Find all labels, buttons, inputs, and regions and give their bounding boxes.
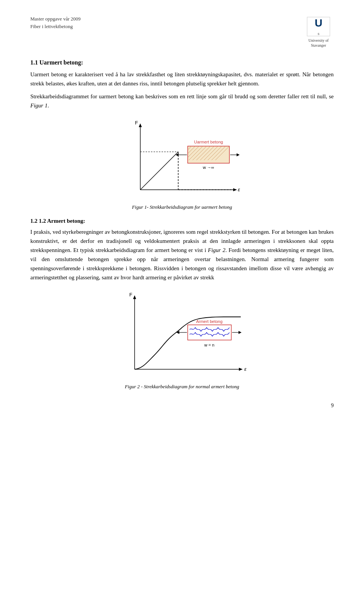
- figure-2-svg: F ε Armert betong w = n: [112, 290, 252, 381]
- svg-marker-6: [233, 188, 237, 191]
- header-line1: Master oppgave vår 2009: [30, 15, 81, 23]
- svg-text:S: S: [318, 33, 320, 35]
- page-number: 9: [331, 403, 334, 409]
- svg-line-9: [140, 152, 178, 190]
- section-1-2-label: 1.2 1.2 Armert betong:: [30, 218, 85, 224]
- svg-text:ε: ε: [238, 187, 240, 192]
- logo-area: U S University of Stavanger: [303, 15, 334, 48]
- section-1-1-para2: Strekkarbeidsdiagrammet for uarmert beto…: [30, 92, 334, 110]
- header-text: Master oppgave vår 2009 Fiber i lettvekt…: [30, 15, 81, 30]
- section-1-2-label-row: 1.2 1.2 Armert betong:: [30, 218, 334, 224]
- svg-rect-37: [188, 325, 231, 340]
- para2-italic: Figur 1: [30, 102, 47, 109]
- logo-label: University of Stavanger: [308, 38, 328, 48]
- header-line2: Fiber i lettvektbetong: [30, 23, 81, 30]
- svg-marker-4: [139, 123, 142, 127]
- figure-2-container: F ε Armert betong w = n Figur 2 - Strekk…: [30, 290, 334, 390]
- section-1-2-para1: I praksis, ved styrkeberegninger av beto…: [30, 227, 334, 282]
- svg-text:w →∞: w →∞: [202, 165, 214, 170]
- university-logo: U S: [303, 15, 334, 38]
- figure-1-container: F ε: [30, 118, 334, 210]
- section-1-1-para1: Uarmert betong er karakterisert ved å ha…: [30, 70, 334, 88]
- section-1-2-italic: Figur 2: [208, 247, 225, 253]
- svg-text:U: U: [315, 17, 322, 29]
- svg-marker-34: [239, 368, 243, 371]
- svg-marker-41: [238, 331, 242, 334]
- figure-1-caption: Figur 1- Strekkarbeidsdiagram for uarmer…: [132, 204, 232, 210]
- svg-text:ε: ε: [244, 366, 246, 372]
- para2-end: .: [47, 102, 49, 109]
- svg-text:Armert betong: Armert betong: [196, 319, 223, 324]
- figure-1-svg: F ε: [118, 118, 246, 201]
- svg-text:F: F: [135, 120, 138, 126]
- svg-text:F: F: [129, 292, 132, 298]
- svg-text:Uarmert betong: Uarmert betong: [194, 140, 223, 144]
- header: Master oppgave vår 2009 Fiber i lettvekt…: [30, 15, 334, 48]
- svg-marker-32: [133, 295, 136, 299]
- page: Master oppgave vår 2009 Fiber i lettvekt…: [0, 0, 364, 420]
- svg-marker-28: [237, 153, 240, 156]
- figure-2-caption: Figur 2 - Strekkarbeidsdiagram for norma…: [125, 384, 239, 390]
- svg-text:w = n: w = n: [204, 343, 215, 347]
- para2-text: Strekkarbeidsdiagrammet for uarmert beto…: [30, 93, 334, 99]
- section-1-1-title: 1.1 Uarmert betong:: [30, 59, 334, 66]
